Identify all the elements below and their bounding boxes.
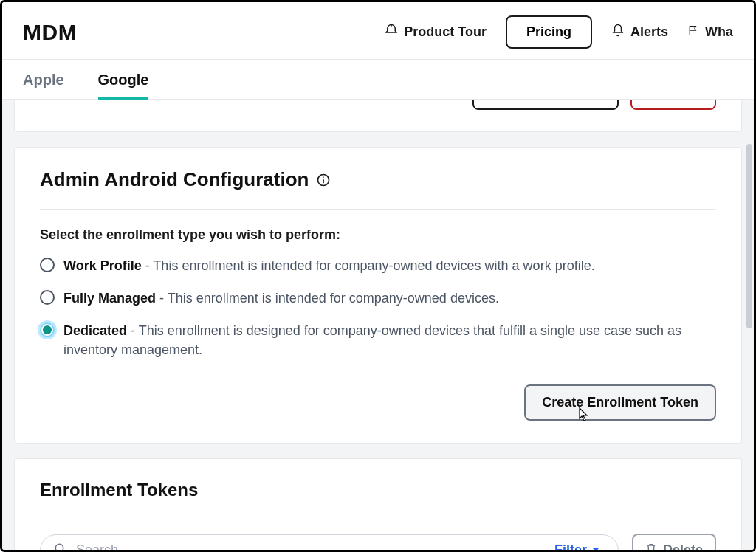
bell-icon [611, 24, 625, 41]
radio-input-fully-managed[interactable] [40, 290, 55, 305]
alerts-label: Alerts [630, 24, 668, 40]
alerts-link[interactable]: Alerts [611, 24, 668, 41]
radio-label-dedicated: Dedicated - This enrollment is designed … [63, 321, 716, 359]
tokens-search-input[interactable] [76, 542, 546, 552]
whats-new-label: Wha [705, 24, 733, 40]
pricing-button[interactable]: Pricing [506, 15, 592, 49]
radio-input-dedicated[interactable] [40, 322, 55, 337]
product-tour-link[interactable]: Product Tour [385, 24, 487, 41]
delete-button[interactable]: Delete [632, 534, 716, 552]
flag-icon [687, 24, 699, 40]
search-icon [54, 542, 67, 552]
config-title: Admin Android Configuration [40, 168, 309, 191]
logo: MDM [23, 20, 77, 45]
admin-android-config-card: Admin Android Configuration Select the e… [14, 147, 742, 444]
partial-button-red[interactable] [630, 100, 716, 110]
bell-outline-icon [385, 24, 398, 41]
svg-point-3 [55, 544, 63, 552]
header-nav: Product Tour Pricing Alerts Wha [385, 15, 733, 49]
tokens-search[interactable]: Filter [40, 534, 619, 552]
content-area: Admin Android Configuration Select the e… [2, 100, 754, 552]
radio-input-work-profile[interactable] [40, 258, 55, 272]
info-icon[interactable] [316, 173, 331, 187]
previous-card-bottom [14, 100, 742, 132]
header: MDM Product Tour Pricing Alerts Wha [2, 2, 754, 60]
whats-new-link[interactable]: Wha [687, 24, 733, 40]
create-enrollment-token-button[interactable]: Create Enrollment Token [524, 384, 716, 421]
tab-google[interactable]: Google [98, 60, 149, 99]
radio-dedicated[interactable]: Dedicated - This enrollment is designed … [40, 321, 716, 359]
enrollment-tokens-card: Enrollment Tokens Filter [14, 458, 742, 552]
scrollbar-thumb[interactable] [746, 144, 752, 328]
trash-icon [645, 542, 657, 552]
radio-label-work-profile: Work Profile - This enrollment is intend… [63, 256, 595, 275]
product-tour-label: Product Tour [404, 24, 487, 40]
scrollbar[interactable] [745, 100, 752, 552]
filter-button[interactable]: Filter [554, 542, 600, 552]
radio-label-fully-managed: Fully Managed - This enrollment is inten… [63, 289, 499, 308]
chevron-down-icon [591, 542, 600, 552]
delete-label: Delete [663, 542, 703, 552]
radio-work-profile[interactable]: Work Profile - This enrollment is intend… [40, 256, 716, 275]
filter-label: Filter [554, 542, 587, 552]
radio-fully-managed[interactable]: Fully Managed - This enrollment is inten… [40, 289, 716, 308]
partial-button-dark[interactable] [472, 100, 619, 110]
svg-point-2 [323, 176, 325, 178]
platform-tabs: Apple Google [2, 60, 754, 100]
tab-apple[interactable]: Apple [23, 60, 64, 99]
enrollment-prompt: Select the enrollment type you wish to p… [40, 227, 716, 243]
tokens-title: Enrollment Tokens [40, 480, 716, 517]
